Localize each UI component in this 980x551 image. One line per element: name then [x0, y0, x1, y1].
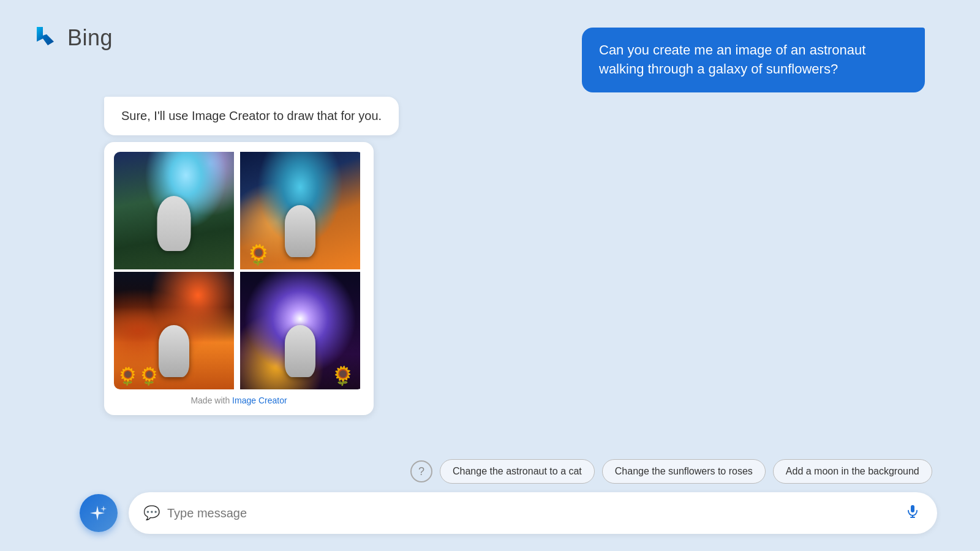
bing-logo-icon [31, 23, 60, 53]
message-input[interactable] [167, 506, 903, 520]
input-bar: 💬 [129, 492, 937, 534]
suggestions-area: ? Change the astronaut to a cat Change t… [410, 459, 932, 484]
input-bar-container: 💬 [80, 492, 937, 534]
help-icon: ? [418, 465, 424, 478]
image-credit: Made with Image Creator [114, 395, 364, 405]
suggestion-pill-roses[interactable]: Change the sunflowers to roses [602, 459, 766, 484]
suggestion-pill-moon[interactable]: Add a moon in the background [773, 459, 932, 484]
generated-image-1[interactable] [114, 152, 234, 269]
image-grid [114, 152, 364, 389]
svg-rect-0 [911, 505, 914, 512]
generated-image-4[interactable] [240, 272, 360, 389]
app-title: Bing [67, 25, 113, 51]
generated-image-3[interactable] [114, 272, 234, 389]
app-header: Bing [31, 23, 113, 53]
bot-response-bubble: Sure, I'll use Image Creator to draw tha… [104, 97, 399, 135]
mic-button[interactable] [903, 501, 922, 525]
credit-prefix: Made with [190, 395, 232, 405]
help-icon-button[interactable]: ? [410, 460, 432, 482]
bing-fab-button[interactable] [80, 494, 118, 532]
image-card: Made with Image Creator [104, 142, 374, 415]
user-message-text: Can you create me an image of an astrona… [599, 42, 865, 77]
user-message-bubble: Can you create me an image of an astrona… [582, 28, 925, 92]
suggestion-pill-cat[interactable]: Change the astronaut to a cat [440, 459, 595, 484]
mic-icon [905, 504, 920, 519]
bing-sparkle-icon [89, 503, 108, 523]
image-creator-link[interactable]: Image Creator [232, 395, 287, 405]
chat-icon: 💬 [143, 505, 160, 521]
generated-image-2[interactable] [240, 152, 360, 269]
bot-response-text: Sure, I'll use Image Creator to draw tha… [121, 109, 382, 122]
